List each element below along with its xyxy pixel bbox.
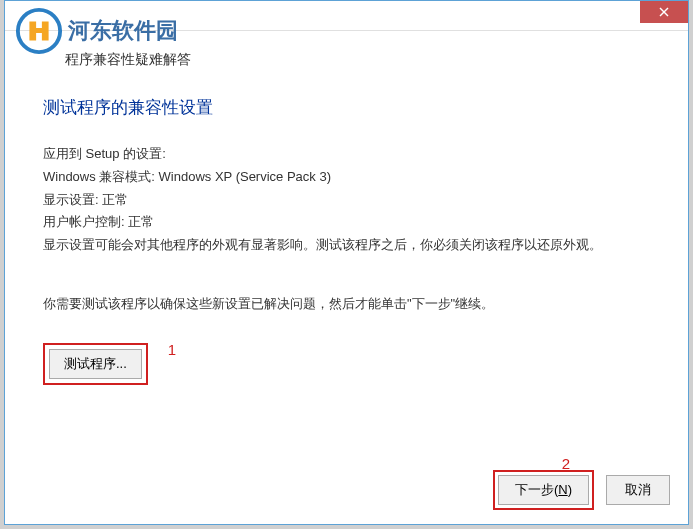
- page-heading: 测试程序的兼容性设置: [43, 96, 650, 119]
- next-label-key: N: [558, 482, 567, 497]
- uac-setting-label: 用户帐户控制: 正常: [43, 212, 650, 233]
- test-button-highlight: 测试程序...: [43, 343, 148, 385]
- close-icon: [659, 7, 669, 17]
- footer-buttons: 下一步(N) 取消: [493, 470, 670, 510]
- test-program-button[interactable]: 测试程序...: [49, 349, 142, 379]
- close-button[interactable]: [640, 1, 688, 23]
- dialog-window: 河东软件园 程序兼容性疑难解答 测试程序的兼容性设置 应用到 Setup 的设置…: [4, 0, 689, 525]
- annotation-1: 1: [168, 341, 176, 358]
- compat-mode-label: Windows 兼容模式: Windows XP (Service Pack 3…: [43, 167, 650, 188]
- display-setting-label: 显示设置: 正常: [43, 190, 650, 211]
- watermark-text: 河东软件园: [68, 16, 178, 46]
- content-area: 测试程序的兼容性设置 应用到 Setup 的设置: Windows 兼容模式: …: [43, 96, 650, 385]
- instruction-text: 你需要测试该程序以确保这些新设置已解决问题，然后才能单击"下一步"继续。: [43, 294, 650, 315]
- cancel-button[interactable]: 取消: [606, 475, 670, 505]
- next-button[interactable]: 下一步(N): [498, 475, 589, 505]
- next-label-prefix: 下一步(: [515, 482, 558, 497]
- display-warning-text: 显示设置可能会对其他程序的外观有显著影响。测试该程序之后，你必须关闭该程序以还原…: [43, 235, 650, 256]
- next-button-highlight: 下一步(N): [493, 470, 594, 510]
- watermark-logo-icon: [15, 7, 63, 55]
- next-label-suffix: ): [568, 482, 572, 497]
- applied-to-label: 应用到 Setup 的设置:: [43, 144, 650, 165]
- watermark: 河东软件园: [15, 7, 178, 55]
